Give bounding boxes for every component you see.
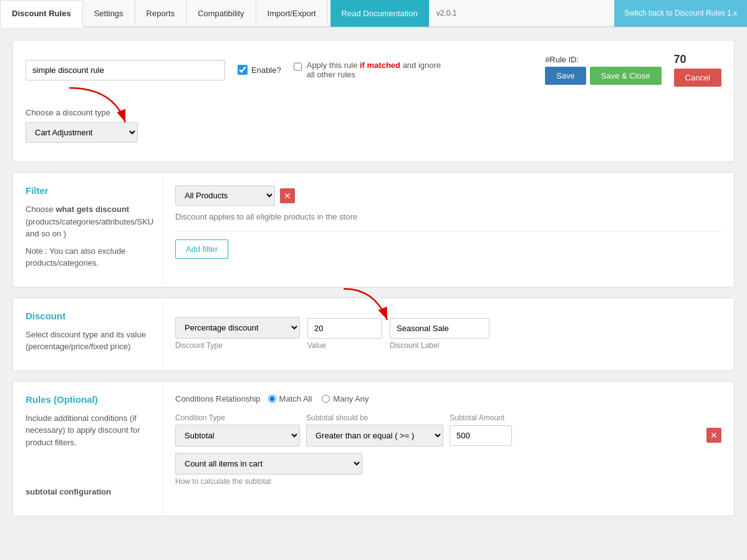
tab-import-export[interactable]: Import/Export	[256, 0, 328, 27]
filter-row: All Products Specific Products Product C…	[175, 185, 721, 206]
conditions-rel-label: Conditions Relationship	[175, 394, 261, 403]
match-all-radio[interactable]	[268, 395, 276, 403]
rule-id-section: #Rule ID: Save Save & Close 70 Cancel	[545, 53, 721, 87]
rules-description: Include additional conditions (if necess…	[26, 412, 150, 449]
filter-note: Note : You can also exclude products/cat…	[26, 245, 150, 269]
rules-sidebar: Rules (Optional) Include additional cond…	[13, 382, 163, 516]
condition-operator-select[interactable]: Greater than or equal ( >= ) Less than o…	[306, 425, 443, 447]
filter-title: Filter	[26, 185, 150, 196]
top-navigation: Discount Rules Settings Reports Compatib…	[0, 0, 747, 27]
tab-compatibility[interactable]: Compatibility	[186, 0, 256, 27]
calc-label: How to calculate the subtotal	[175, 477, 721, 486]
condition-type-col-label: Condition Type	[175, 413, 300, 422]
filter-main: All Products Specific Products Product C…	[163, 173, 734, 287]
discount-value-input[interactable]	[307, 318, 382, 339]
condition-labels-row: Condition Type Subtotal should be Subtot…	[175, 413, 721, 422]
rules-section: Rules (Optional) Include additional cond…	[12, 381, 735, 516]
subtotal-amount-label: Subtotal Amount	[450, 413, 512, 422]
enable-checkbox[interactable]	[238, 65, 248, 75]
add-filter-button[interactable]: Add filter	[175, 239, 228, 259]
apply-rule-checkbox[interactable]	[294, 62, 302, 72]
discount-label-group: Discount Label	[390, 318, 489, 350]
discount-type-select[interactable]: Cart Adjustment Product Discount Buy X G…	[26, 122, 138, 143]
apply-rule-group: Apply this rule if matched and ignore al…	[294, 60, 450, 79]
rule-id-label: #Rule ID:	[545, 55, 579, 64]
tab-discount-rules[interactable]: Discount Rules	[0, 0, 83, 27]
discount-label-field-label: Discount Label	[390, 341, 489, 350]
version-label: v2.0.1	[429, 9, 465, 17]
discount-main: Percentage discount Fixed discount Fixed…	[163, 298, 734, 370]
remove-condition-button[interactable]: ✕	[706, 428, 721, 443]
condition-value-input[interactable]	[450, 425, 512, 446]
rules-main: Conditions Relationship Match All Many A…	[163, 382, 734, 516]
rule-id-number: 70	[674, 53, 721, 66]
rule-header: Enable? Apply this rule if matched and i…	[26, 53, 721, 87]
discount-sidebar: Discount Select discount type and its va…	[13, 298, 163, 370]
discount-description: Select discount type and its value (perc…	[26, 329, 150, 353]
apply-rule-label: Apply this rule if matched and ignore al…	[307, 60, 450, 79]
tab-reports[interactable]: Reports	[135, 0, 187, 27]
discount-type-section: Choose a discount type Cart Adjustment P…	[26, 102, 721, 149]
rules-title: Rules (Optional)	[26, 394, 150, 405]
condition-row: Subtotal Cart Item Count Product Quantit…	[175, 425, 721, 447]
enable-label: Enable?	[251, 65, 281, 75]
many-any-radio-label: Many Any	[322, 394, 369, 403]
filter-sidebar: Filter Choose what gets discount (produc…	[13, 173, 163, 287]
discount-controls: Percentage discount Fixed discount Fixed…	[175, 317, 721, 350]
discount-section: Discount Select discount type and its va…	[12, 297, 735, 371]
conditions-relationship: Conditions Relationship Match All Many A…	[175, 394, 721, 403]
main-content: Enable? Apply this rule if matched and i…	[0, 27, 747, 539]
discount-type-label: Choose a discount type	[26, 108, 721, 117]
switch-back-button[interactable]: Switch back to Discount Rules 1.x	[614, 0, 747, 27]
discount-type-group: Percentage discount Fixed discount Fixed…	[175, 317, 300, 350]
discount-title: Discount	[26, 311, 150, 321]
rule-name-card: Enable? Apply this rule if matched and i…	[12, 40, 735, 162]
subtotal-should-be-label: Subtotal should be	[306, 413, 443, 422]
filter-divider	[175, 231, 721, 232]
filter-section: Filter Choose what gets discount (produc…	[12, 172, 735, 287]
discount-label-input[interactable]	[390, 318, 489, 339]
tab-settings[interactable]: Settings	[83, 0, 135, 27]
discount-value-group: Value	[307, 318, 382, 350]
filter-type-select[interactable]: All Products Specific Products Product C…	[175, 185, 275, 206]
read-docs-button[interactable]: Read Documentation	[330, 0, 429, 27]
many-any-radio[interactable]	[322, 395, 330, 403]
filter-description: Choose what gets discount (products/cate…	[26, 203, 150, 240]
match-all-radio-label: Match All	[268, 394, 312, 403]
save-close-button[interactable]: Save & Close	[590, 67, 662, 85]
rule-name-input[interactable]	[26, 60, 225, 80]
calc-row: Count all items in cart Count unique ite…	[175, 453, 721, 486]
cancel-button[interactable]: Cancel	[674, 69, 721, 87]
calc-subtotal-select[interactable]: Count all items in cart Count unique ite…	[175, 453, 362, 475]
filter-description-text: Discount applies to all eligible product…	[175, 212, 721, 221]
enable-check-group: Enable?	[238, 65, 281, 75]
discount-type-field-label: Discount Type	[175, 341, 300, 350]
radio-group: Match All Many Any	[268, 394, 369, 403]
condition-type-select[interactable]: Subtotal Cart Item Count Product Quantit…	[175, 425, 300, 447]
remove-filter-button[interactable]: ✕	[280, 188, 295, 203]
discount-value-label: Value	[307, 341, 382, 350]
rules-annotation: subtotal configuration	[26, 486, 150, 498]
save-button[interactable]: Save	[545, 67, 586, 85]
discount-type-dropdown[interactable]: Percentage discount Fixed discount Fixed…	[175, 317, 300, 339]
